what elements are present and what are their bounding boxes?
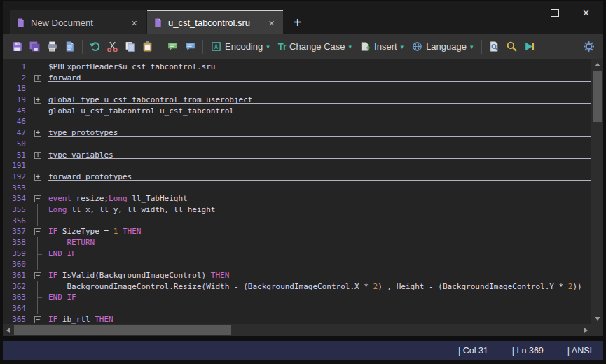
code-text[interactable]: event resize;Long ll_TabHeight <box>43 193 591 204</box>
fold-collapse-icon[interactable] <box>32 226 43 237</box>
fold-collapse-icon[interactable] <box>32 314 43 324</box>
print-preview-button[interactable] <box>61 38 78 56</box>
search-icon <box>506 41 518 52</box>
fold-expand-icon[interactable] <box>32 172 43 183</box>
code-segment: resize; <box>71 194 109 203</box>
code-text[interactable] <box>43 160 591 172</box>
tab-label: u_cst_tabcontrol.sru <box>168 18 266 28</box>
code-text[interactable]: type prototypes <box>43 127 591 139</box>
tab-u-cst-tabcontrol-sru[interactable]: u_cst_tabcontrol.sru× <box>147 10 283 34</box>
fold-expand-icon[interactable] <box>32 127 43 139</box>
scroll-up-arrow[interactable] <box>591 59 603 70</box>
code-text[interactable] <box>43 83 591 94</box>
code-text[interactable]: type variables <box>43 150 591 161</box>
paste-button[interactable] <box>139 38 156 56</box>
tab-close-icon[interactable]: × <box>128 18 140 28</box>
code-text[interactable]: IF ib_rtl THEN <box>43 314 591 324</box>
down-arrow-icon <box>595 317 600 321</box>
scrollbar-corner <box>591 324 603 336</box>
save-button[interactable] <box>8 38 26 56</box>
code-text[interactable]: Long ll_x, ll_y, ll_width, ll_height <box>43 204 591 216</box>
code-segment <box>48 238 67 247</box>
code-segment: IF <box>48 227 57 236</box>
code-text[interactable]: $PBExportHeader$u_cst_tabcontrol.sru <box>43 62 591 73</box>
fold-collapse-icon[interactable] <box>32 193 43 204</box>
comment-button[interactable] <box>164 38 181 56</box>
language-dropdown[interactable]: Language▾ <box>408 41 477 52</box>
tab-new-document[interactable]: New Document× <box>10 10 146 34</box>
status-item: | ANSI <box>567 346 592 356</box>
code-text[interactable] <box>43 183 591 194</box>
code-text[interactable]: forward prototypes <box>43 172 591 183</box>
line-number: 365 <box>3 314 32 324</box>
code-segment: BackgroundImageControl.Resize(Width - (B… <box>48 282 373 291</box>
editor: 1$PBExportHeader$u_cst_tabcontrol.sru2fo… <box>3 59 603 324</box>
encoding-dropdown[interactable]: AEncoding▾ <box>207 41 274 52</box>
line-number: 18 <box>3 83 32 94</box>
view-document-button[interactable] <box>486 38 503 56</box>
save-all-button[interactable] <box>26 38 43 56</box>
fold-collapse-icon[interactable] <box>32 270 43 281</box>
code-text[interactable] <box>43 116 591 127</box>
maximize-button[interactable] <box>539 1 570 24</box>
code-area[interactable]: 1$PBExportHeader$u_cst_tabcontrol.sru2fo… <box>3 59 591 324</box>
change-case-dropdown[interactable]: TrChange Case▾ <box>274 41 356 52</box>
horizontal-scrollbar[interactable] <box>3 324 591 336</box>
fold-expand-icon[interactable] <box>32 150 43 161</box>
code-text[interactable]: END IF <box>43 292 591 303</box>
vertical-scrollbar[interactable] <box>591 59 603 324</box>
line-number: 355 <box>3 204 32 216</box>
fold-expand-icon[interactable] <box>32 73 43 84</box>
code-text[interactable] <box>43 259 591 270</box>
line-number: 357 <box>3 226 32 237</box>
close-button[interactable]: × <box>570 1 602 24</box>
undo-button[interactable] <box>86 38 104 56</box>
line-number: 192 <box>3 172 32 183</box>
code-text[interactable]: global u_cst_tabcontrol u_cst_tabcontrol <box>43 106 591 117</box>
insert-dropdown[interactable]: Insert▾ <box>356 41 408 52</box>
tabs-container: New Document×u_cst_tabcontrol.sru× <box>10 10 284 34</box>
copy-icon <box>124 41 136 52</box>
code-text[interactable]: IF IsValid(BackgroundImageControl) THEN <box>43 270 591 281</box>
new-tab-button[interactable]: + <box>284 10 311 34</box>
scroll-left-arrow[interactable] <box>3 324 13 336</box>
search-button[interactable] <box>503 38 521 56</box>
fold-margin <box>32 62 43 73</box>
cut-button[interactable] <box>104 38 121 56</box>
code-text[interactable]: IF SizeType = 1 THEN <box>43 226 591 237</box>
toolbar-separator <box>202 40 203 54</box>
close-icon: × <box>583 7 590 19</box>
tab-strip: New Document×u_cst_tabcontrol.sru× + <box>10 10 311 34</box>
scroll-right-arrow[interactable] <box>581 324 591 336</box>
code-text[interactable]: forward <box>43 73 591 84</box>
run-button[interactable] <box>521 38 538 56</box>
code-text[interactable] <box>43 139 591 150</box>
fold-margin <box>32 83 43 94</box>
horizontal-scroll-thumb[interactable] <box>14 326 231 335</box>
tab-label: New Document <box>31 18 128 28</box>
tab-close-icon[interactable]: × <box>266 18 277 28</box>
code-segment: THEN <box>211 271 230 280</box>
code-line-365: 365IF ib_rtl THEN <box>3 314 591 324</box>
copy-button[interactable] <box>121 38 139 56</box>
vertical-scroll-thumb[interactable] <box>593 71 602 122</box>
code-segment: IsValid(BackgroundImageControl) <box>57 271 211 280</box>
minimize-button[interactable] <box>507 1 539 24</box>
scroll-down-arrow[interactable] <box>591 314 603 324</box>
code-line-358: 358 RETURN <box>3 237 591 248</box>
code-text[interactable]: BackgroundImageControl.Resize(Width - (B… <box>43 281 591 293</box>
block-comment-button[interactable] <box>181 38 199 56</box>
document-icon <box>153 18 163 28</box>
code-text[interactable]: END IF <box>43 248 591 260</box>
status-bar: | Col 31| Ln 369| ANSI <box>3 341 603 360</box>
settings-gear-button[interactable] <box>580 38 598 56</box>
code-text[interactable] <box>43 216 591 227</box>
fold-expand-icon[interactable] <box>32 94 43 106</box>
run-icon <box>523 41 535 52</box>
code-text[interactable] <box>43 303 591 314</box>
code-text[interactable]: RETURN <box>43 237 591 248</box>
chevron-down-icon: ▾ <box>470 43 474 50</box>
code-segment: forward prototypes <box>48 172 132 181</box>
code-text[interactable]: global type u_cst_tabcontrol from userob… <box>43 94 591 106</box>
print-button[interactable] <box>43 38 61 56</box>
